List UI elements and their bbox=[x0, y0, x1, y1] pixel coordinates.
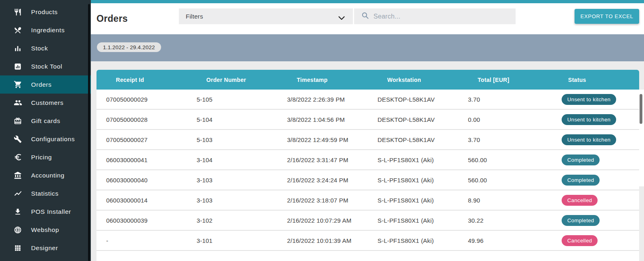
table-row-partial bbox=[96, 251, 639, 261]
column-header-receipt-id: Receipt Id bbox=[96, 77, 187, 83]
sidebar-item-label: Designer bbox=[31, 244, 58, 252]
sidebar-item-label: Pricing bbox=[31, 154, 52, 161]
column-header-total: Total [EUR] bbox=[458, 77, 549, 83]
status-badge: Unsent to kitchen bbox=[562, 134, 616, 145]
top-accent-bar bbox=[91, 0, 644, 3]
cell-receipt-id: 070050000027 bbox=[96, 136, 187, 143]
table-row[interactable]: - 3-101 2/16/2022 10:01:39 AM S-L-PF1S80… bbox=[96, 231, 639, 251]
table-header: Receipt Id Order Number Timestamp Workst… bbox=[96, 70, 639, 90]
table-row[interactable]: 060030000041 3-104 2/16/2022 3:31:47 PM … bbox=[96, 150, 639, 170]
sidebar-menu: Products Ingredients Stock Stock Tool bbox=[0, 0, 91, 257]
status-badge: Completed bbox=[562, 175, 600, 186]
sidebar-item-webshop[interactable]: Webshop bbox=[0, 221, 91, 239]
table-row[interactable]: 060030000039 3-102 2/16/2022 10:07:29 AM… bbox=[96, 211, 639, 231]
table-row[interactable]: 070050000027 5-103 3/8/2022 12:49:59 PM … bbox=[96, 130, 639, 150]
cell-workstation: DESKTOP-L58K1AV bbox=[368, 96, 458, 103]
date-filter-band: 1.1.2022 - 29.4.2022 bbox=[91, 34, 644, 61]
sidebar-item-label: Configurations bbox=[31, 136, 75, 143]
cell-workstation: S-L-PF1S80X1 (Aki) bbox=[368, 217, 458, 224]
cell-order-number: 3-101 bbox=[187, 237, 277, 244]
orders-icon bbox=[13, 80, 23, 90]
sidebar-item-orders[interactable]: Orders bbox=[0, 75, 91, 94]
pos-installer-icon bbox=[13, 207, 23, 217]
sidebar-scrollbar[interactable] bbox=[88, 4, 90, 261]
cell-status: Completed bbox=[549, 215, 639, 226]
cell-order-number: 3-103 bbox=[187, 197, 277, 204]
cell-order-number: 5-105 bbox=[187, 96, 277, 103]
main-content: Orders Filters EXPORT TO EXCEL 1.1.2022 … bbox=[91, 0, 644, 261]
cell-workstation: DESKTOP-L58K1AV bbox=[368, 116, 458, 123]
cell-total: 3.70 bbox=[458, 136, 549, 143]
export-to-excel-button[interactable]: EXPORT TO EXCEL bbox=[575, 9, 639, 24]
cell-workstation: DESKTOP-L58K1AV bbox=[368, 136, 458, 143]
cell-total: 560.00 bbox=[458, 157, 549, 163]
page-toolbar: Orders Filters EXPORT TO EXCEL bbox=[91, 3, 644, 34]
cell-total: 30.22 bbox=[458, 217, 549, 224]
column-header-workstation: Workstation bbox=[368, 77, 458, 83]
chevron-down-icon bbox=[338, 15, 345, 21]
sidebar: Products Ingredients Stock Stock Tool bbox=[0, 0, 91, 261]
sidebar-item-products[interactable]: Products bbox=[0, 3, 91, 21]
sidebar-item-accounting[interactable]: Accounting bbox=[0, 166, 91, 184]
column-header-timestamp: Timestamp bbox=[277, 77, 368, 83]
cell-total: 560.00 bbox=[458, 177, 549, 184]
cell-status: Unsent to kitchen bbox=[549, 114, 639, 125]
app-window: Products Ingredients Stock Stock Tool bbox=[0, 0, 644, 261]
cell-status: Unsent to kitchen bbox=[549, 134, 639, 145]
cell-workstation: S-L-PF1S80X1 (Aki) bbox=[368, 157, 458, 163]
cell-receipt-id: 060030000041 bbox=[96, 157, 187, 163]
status-badge: Completed bbox=[562, 215, 600, 226]
sidebar-item-pricing[interactable]: Pricing bbox=[0, 148, 91, 166]
sidebar-item-stock[interactable]: Stock bbox=[0, 39, 91, 57]
date-range-chip[interactable]: 1.1.2022 - 29.4.2022 bbox=[97, 42, 161, 52]
sidebar-item-label: Statistics bbox=[31, 190, 59, 197]
table-body: 070050000029 5-105 3/8/2022 2:26:39 PM D… bbox=[96, 90, 639, 261]
search-icon bbox=[361, 12, 369, 21]
sidebar-item-pos-installer[interactable]: POS Installer bbox=[0, 203, 91, 221]
pricing-icon bbox=[13, 152, 23, 162]
cell-order-number: 5-103 bbox=[187, 136, 277, 143]
table-row[interactable]: 060030000040 3-103 2/16/2022 3:24:24 PM … bbox=[96, 170, 639, 190]
cell-receipt-id: 060030000039 bbox=[96, 217, 187, 224]
table-row[interactable]: 070050000028 5-104 3/8/2022 1:04:56 PM D… bbox=[96, 110, 639, 130]
orders-table: Receipt Id Order Number Timestamp Workst… bbox=[96, 70, 639, 261]
cell-order-number: 3-103 bbox=[187, 177, 277, 184]
cell-workstation: S-L-PF1S80X1 (Aki) bbox=[368, 197, 458, 204]
sidebar-item-label: Webshop bbox=[31, 226, 59, 234]
cell-timestamp: 2/16/2022 3:24:24 PM bbox=[277, 177, 368, 184]
cell-timestamp: 2/16/2022 10:07:29 AM bbox=[277, 217, 368, 224]
sidebar-item-statistics[interactable]: Statistics bbox=[0, 184, 91, 203]
sidebar-item-label: Gift cards bbox=[31, 117, 60, 125]
cell-workstation: S-L-PF1S80X1 (Aki) bbox=[368, 177, 458, 184]
webshop-icon bbox=[13, 225, 23, 235]
customers-icon bbox=[13, 98, 23, 108]
cell-order-number: 5-104 bbox=[187, 116, 277, 123]
cell-receipt-id: 060030000040 bbox=[96, 177, 187, 184]
filters-dropdown[interactable]: Filters bbox=[179, 8, 353, 24]
cell-timestamp: 3/8/2022 12:49:59 PM bbox=[277, 136, 368, 143]
sidebar-item-label: Stock Tool bbox=[31, 63, 62, 70]
column-header-order-number: Order Number bbox=[187, 77, 277, 83]
sidebar-item-label: Products bbox=[31, 8, 58, 16]
cell-status: Cancelled bbox=[549, 235, 639, 246]
table-scrollbar-thumb[interactable] bbox=[640, 94, 642, 124]
sidebar-item-designer[interactable]: Designer bbox=[0, 239, 91, 257]
sidebar-item-gift-cards[interactable]: Gift cards bbox=[0, 112, 91, 130]
sidebar-item-ingredients[interactable]: Ingredients bbox=[0, 21, 91, 39]
cell-receipt-id: 070050000028 bbox=[96, 116, 187, 123]
status-badge: Cancelled bbox=[562, 235, 598, 246]
sidebar-item-label: POS Installer bbox=[31, 208, 71, 215]
cell-order-number: 3-104 bbox=[187, 157, 277, 163]
sidebar-item-configurations[interactable]: Configurations bbox=[0, 130, 91, 148]
status-badge: Completed bbox=[562, 155, 600, 165]
cell-timestamp: 2/16/2022 3:18:07 PM bbox=[277, 197, 368, 204]
status-badge: Cancelled bbox=[562, 195, 598, 206]
cell-total: 3.70 bbox=[458, 96, 549, 103]
cell-timestamp: 2/16/2022 10:01:39 AM bbox=[277, 237, 368, 244]
table-row[interactable]: 060030000014 3-103 2/16/2022 3:18:07 PM … bbox=[96, 190, 639, 211]
designer-icon bbox=[13, 243, 23, 253]
sidebar-item-customers[interactable]: Customers bbox=[0, 94, 91, 112]
search-input[interactable] bbox=[373, 13, 503, 20]
table-row[interactable]: 070050000029 5-105 3/8/2022 2:26:39 PM D… bbox=[96, 90, 639, 110]
sidebar-item-stock-tool[interactable]: Stock Tool bbox=[0, 57, 91, 75]
